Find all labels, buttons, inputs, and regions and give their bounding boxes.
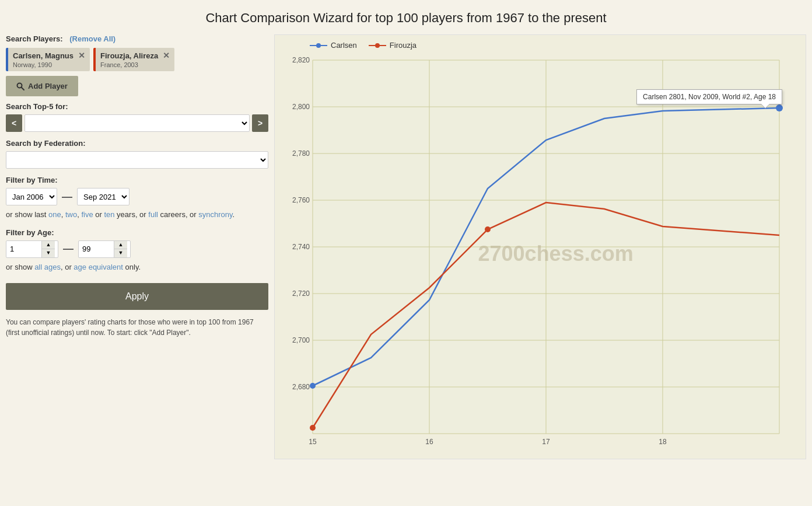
time-one-link[interactable]: one <box>48 210 61 219</box>
federation-label: Search by Federation: <box>6 139 86 148</box>
federation-select[interactable] <box>6 151 268 169</box>
age-dash: — <box>63 243 74 255</box>
age-min-up-btn[interactable]: ▲ <box>42 241 55 249</box>
remove-all-link[interactable]: (Remove All) <box>69 34 116 43</box>
top5-select[interactable] <box>24 114 250 132</box>
apply-button[interactable]: Apply <box>6 283 268 310</box>
player-tag-firouzja: Firouzja, Alireza ✕ France, 2003 <box>93 48 174 71</box>
svg-text:2,680: 2,680 <box>292 383 310 391</box>
players-row: Carlsen, Magnus ✕ Norway, 1990 Firouzja,… <box>6 48 268 71</box>
time-dash: — <box>62 191 72 203</box>
time-start-select[interactable]: Jan 2006 <box>6 188 57 205</box>
filter-time-label: Filter by Time: <box>6 176 58 184</box>
search-top5-label: Search Top-5 for: <box>6 102 68 111</box>
svg-text:2,800: 2,800 <box>292 103 310 111</box>
age-min-input[interactable] <box>6 242 41 256</box>
top5-prev-btn[interactable]: < <box>6 114 22 132</box>
time-ten-link[interactable]: ten <box>104 210 114 219</box>
svg-point-5 <box>375 43 380 48</box>
add-player-button[interactable]: Add Player <box>6 76 78 96</box>
chart-legend: Carlsen Firouzja <box>281 41 800 50</box>
age-max-wrap: ▲ ▼ <box>78 240 131 258</box>
player-info-carlsen: Norway, 1990 <box>13 61 85 68</box>
svg-text:16: 16 <box>425 438 433 446</box>
chart-svg: 2,820 2,800 2,780 2,760 2,740 2,720 2,70… <box>281 54 788 451</box>
svg-point-3 <box>316 43 321 48</box>
svg-text:18: 18 <box>659 438 667 446</box>
player-info-firouzja: France, 2003 <box>100 61 170 68</box>
footer-text: You can compare players' rating charts f… <box>6 317 268 338</box>
svg-point-34 <box>776 104 783 111</box>
age-max-input[interactable] <box>79 242 114 256</box>
svg-text:2,760: 2,760 <box>292 196 310 204</box>
chart-svg-wrap: 2,820 2,800 2,780 2,760 2,740 2,720 2,70… <box>281 54 800 453</box>
age-links-text: or show all ages, or age equivalent only… <box>6 261 268 274</box>
search-icon <box>16 82 24 90</box>
svg-point-35 <box>310 425 316 431</box>
age-min-down-btn[interactable]: ▼ <box>42 249 55 257</box>
time-full-link[interactable]: full <box>148 210 158 219</box>
time-synchrony-link[interactable]: synchrony <box>198 210 232 219</box>
top5-row: < > <box>6 114 268 132</box>
age-all-ages-link[interactable]: all ages <box>34 263 61 271</box>
player-name-carlsen: Carlsen, Magnus ✕ <box>13 51 85 60</box>
age-min-spinners: ▲ ▼ <box>41 241 55 257</box>
time-two-link[interactable]: two <box>65 210 77 219</box>
svg-text:15: 15 <box>309 438 317 446</box>
chart-container: Carlsen Firouzja <box>274 34 806 459</box>
search-players-label: Search Players: <box>6 34 63 43</box>
remove-carlsen-btn[interactable]: ✕ <box>78 51 85 60</box>
top5-next-btn[interactable]: > <box>252 114 268 132</box>
svg-text:17: 17 <box>542 438 550 446</box>
filter-age-row: ▲ ▼ — ▲ ▼ <box>6 240 268 258</box>
age-equivalent-link[interactable]: age equivalent <box>74 263 123 271</box>
svg-text:2,820: 2,820 <box>292 56 310 64</box>
left-panel: Search Players: (Remove All) Carlsen, Ma… <box>6 34 274 459</box>
svg-text:2,700: 2,700 <box>292 336 310 344</box>
player-name-firouzja: Firouzja, Alireza ✕ <box>100 51 170 60</box>
svg-point-33 <box>310 383 316 389</box>
svg-text:2,720: 2,720 <box>292 289 310 298</box>
legend-carlsen-label: Carlsen <box>331 41 357 50</box>
time-links-text: or show last one, two, five or ten years… <box>6 209 268 221</box>
remove-firouzja-btn[interactable]: ✕ <box>163 51 170 60</box>
time-end-select[interactable]: Sep 2021 <box>77 188 130 205</box>
player-tag-carlsen: Carlsen, Magnus ✕ Norway, 1990 <box>6 48 90 71</box>
legend-carlsen: Carlsen <box>310 41 357 50</box>
svg-point-36 <box>485 226 491 232</box>
svg-text:2,780: 2,780 <box>292 149 310 158</box>
legend-firouzja-label: Firouzja <box>390 41 416 50</box>
svg-line-1 <box>22 87 24 90</box>
age-min-wrap: ▲ ▼ <box>6 240 58 258</box>
legend-firouzja: Firouzja <box>369 41 416 50</box>
filter-time-row: Jan 2006 — Sep 2021 <box>6 188 268 205</box>
age-max-spinners: ▲ ▼ <box>114 241 127 257</box>
filter-age-label: Filter by Age: <box>6 228 54 237</box>
age-max-up-btn[interactable]: ▲ <box>114 241 127 249</box>
time-five-link[interactable]: five <box>81 210 93 219</box>
age-max-down-btn[interactable]: ▼ <box>114 249 127 257</box>
svg-text:2,740: 2,740 <box>292 243 310 251</box>
page-title: Chart Comparison Wizard for top 100 play… <box>0 0 812 32</box>
right-panel: Carlsen Firouzja <box>274 34 806 459</box>
